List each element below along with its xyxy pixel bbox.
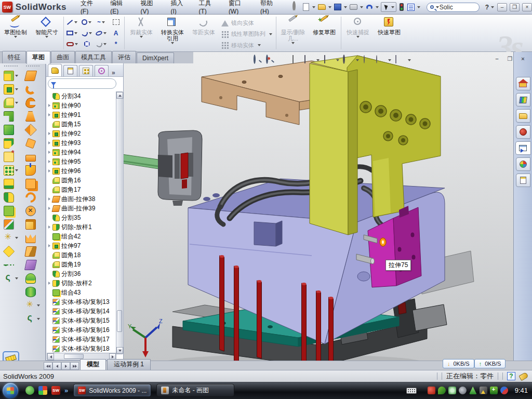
tab-dimxpert-manager[interactable] <box>95 65 109 76</box>
tree-item[interactable]: 圆角16 <box>47 176 117 185</box>
toolbar-button[interactable] <box>25 123 41 137</box>
polygon-tool[interactable] <box>79 38 94 49</box>
tray-network-warning-icon[interactable] <box>480 387 487 394</box>
tree-item[interactable]: 拉伸96 <box>47 166 117 176</box>
tab-file-explorer[interactable] <box>516 109 530 123</box>
toolbar-button[interactable] <box>25 218 41 231</box>
document-tab[interactable]: 模型 <box>80 359 106 370</box>
doc-close-button[interactable]: × <box>517 55 528 64</box>
hide-show-dropdown[interactable] <box>356 59 359 61</box>
tree-item[interactable]: 分割35 <box>47 213 117 222</box>
edit-appearance-dropdown[interactable] <box>408 59 411 61</box>
tool-dropdown[interactable] <box>37 304 40 307</box>
tree-item[interactable]: 拉伸92 <box>47 129 117 138</box>
edit-appearance-icon[interactable] <box>395 56 404 65</box>
toolbar-button[interactable] <box>25 191 41 204</box>
command-tab[interactable]: 曲面 <box>51 51 75 63</box>
toolbar-button[interactable] <box>4 245 19 258</box>
box-select-tool[interactable] <box>109 17 123 28</box>
expand-arrow-icon[interactable] <box>48 141 50 144</box>
toolbar-button[interactable] <box>4 96 19 110</box>
taskbar-clock[interactable]: 9:41 <box>515 387 528 394</box>
move-entities-button[interactable]: 移动实体 <box>221 40 261 51</box>
rotate-view-icon[interactable] <box>278 56 288 65</box>
section-view-icon[interactable] <box>291 56 300 65</box>
toolbar-button[interactable] <box>4 231 19 245</box>
rapid-sketch-button[interactable]: 快速草图 <box>374 15 405 51</box>
tray-security-icon[interactable] <box>428 387 435 394</box>
undo-icon[interactable] <box>366 5 373 10</box>
doc-restore-button[interactable]: ❐ <box>504 55 515 64</box>
sketch-button[interactable]: 草图绘制 <box>0 15 31 51</box>
open-file-dropdown[interactable] <box>328 6 331 8</box>
toolbar-button[interactable] <box>25 258 41 272</box>
help-dropdown[interactable] <box>491 6 494 8</box>
document-tab[interactable]: 运动算例 1 <box>107 359 151 370</box>
toolbar-button[interactable] <box>4 150 19 164</box>
convert-dropdown[interactable] <box>171 42 174 44</box>
new-file-dropdown[interactable] <box>312 6 315 8</box>
assembly-model[interactable]: Y Z X <box>124 52 513 361</box>
display-style-dropdown[interactable] <box>336 59 339 61</box>
pattern-dropdown[interactable] <box>269 33 272 35</box>
move-dropdown[interactable] <box>258 44 261 46</box>
panel-expand-chevron[interactable]: » <box>112 69 115 76</box>
part-clamp-block[interactable] <box>158 130 202 206</box>
toolbar-button[interactable] <box>4 83 19 96</box>
tree-vertical-scrollbar[interactable] <box>116 91 123 354</box>
tree-item[interactable]: 曲面-拉伸38 <box>47 194 117 204</box>
linear-sketch-pattern-button[interactable]: 线性草图阵列 <box>221 29 273 39</box>
scroll-left-button[interactable] <box>47 353 54 360</box>
display-delete-relations-button[interactable]: 显示/删除几... <box>277 15 309 51</box>
close-button[interactable]: × <box>522 3 532 11</box>
expand-arrow-icon[interactable] <box>48 225 50 229</box>
tree-item[interactable]: 拉伸94 <box>47 148 117 157</box>
circle-tool[interactable] <box>79 17 94 28</box>
tree-item[interactable]: 实体-移动/复制16 <box>47 325 117 335</box>
expand-arrow-icon[interactable] <box>48 160 50 163</box>
spline-tool[interactable]: ~ <box>94 17 109 28</box>
undo-dropdown[interactable] <box>376 6 379 8</box>
toolbar-grip[interactable] <box>26 65 39 68</box>
toolbar-button[interactable] <box>25 285 41 299</box>
expand-arrow-icon[interactable] <box>48 197 50 201</box>
appearances-icon[interactable] <box>363 56 372 65</box>
options-dropdown[interactable] <box>417 6 420 8</box>
text-tool[interactable]: A <box>109 28 123 38</box>
relations-dropdown[interactable] <box>291 42 295 44</box>
last-tab-button[interactable] <box>70 362 79 370</box>
select-tool-group[interactable] <box>381 2 396 12</box>
toolbar-button[interactable] <box>25 69 41 83</box>
pin-icon[interactable] <box>291 3 300 11</box>
tab-configuration-manager[interactable] <box>79 65 93 76</box>
search-input[interactable]: Solic <box>440 4 453 11</box>
convert-entities-button[interactable]: 转换实体引用 <box>157 15 188 51</box>
tray-health-icon[interactable] <box>490 387 498 394</box>
toolbar-button[interactable] <box>4 164 19 177</box>
tree-item[interactable]: 实体-移动/复制18 <box>47 344 117 353</box>
rectangle-tool[interactable] <box>65 28 79 38</box>
hide-show-items-icon[interactable] <box>343 56 352 65</box>
repair-sketch-button[interactable]: + 修复草图 <box>309 15 340 51</box>
point-tool[interactable]: * <box>109 38 123 49</box>
tool-dropdown[interactable] <box>15 75 18 77</box>
command-tab[interactable]: 特征 <box>2 51 26 63</box>
tab-property-manager[interactable] <box>63 65 77 76</box>
zoom-fit-icon[interactable] <box>254 56 263 65</box>
display-style-icon[interactable] <box>323 56 332 65</box>
tree-item[interactable]: 分割34 <box>47 91 117 101</box>
expand-arrow-icon[interactable] <box>48 132 50 135</box>
tab-toolbox[interactable] <box>516 125 530 139</box>
toolbar-button[interactable] <box>4 177 19 191</box>
tool-dropdown[interactable] <box>37 318 40 320</box>
trim-entities-button[interactable]: 剪裁实体 <box>126 15 157 51</box>
toolbar-button[interactable] <box>25 164 41 177</box>
solidworks-launcher-icon[interactable]: SW <box>51 386 60 395</box>
toolbar-button[interactable] <box>25 150 41 164</box>
toolbar-button[interactable] <box>25 177 41 191</box>
expand-arrow-icon[interactable] <box>48 207 50 210</box>
toolbar-button[interactable] <box>25 137 41 150</box>
print-dropdown[interactable] <box>360 6 363 8</box>
save-dropdown[interactable] <box>344 6 347 8</box>
tray-antivirus-icon[interactable] <box>438 387 446 394</box>
